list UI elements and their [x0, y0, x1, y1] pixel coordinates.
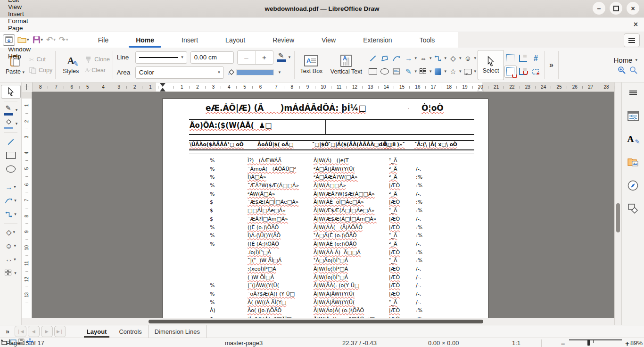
- connectors-button[interactable]: ▾: [433, 53, 446, 64]
- ribbon-tab[interactable]: Extension: [349, 32, 405, 48]
- redo-button[interactable]: ↷ ▾: [58, 34, 69, 46]
- dropdown-icon[interactable]: ▾: [14, 185, 16, 189]
- zoom-in-icon[interactable]: [618, 66, 626, 74]
- connectors-dropdown-icon[interactable]: ▾: [444, 56, 446, 60]
- ribbon-tab[interactable]: Layout: [212, 32, 259, 48]
- vertical-scrollbar[interactable]: [614, 83, 621, 325]
- symbol-shapes-dropdown-icon[interactable]: ▾: [474, 56, 477, 60]
- document-page[interactable]: eÆ.ÁÔ|Æ) (Â )mÁdÁÂdÔÁ: þÍ¼□ · Ò¦oÒ Âo)ÔÁ…: [162, 99, 488, 318]
- dropdown-icon[interactable]: ▾: [14, 198, 17, 203]
- rectangle-button[interactable]: [368, 66, 378, 77]
- ribbon-tab[interactable]: View: [308, 32, 349, 48]
- menu-item[interactable]: View: [4, 3, 35, 10]
- zoom-level-value[interactable]: 89%: [630, 339, 643, 347]
- menu-item[interactable]: Format: [4, 17, 35, 25]
- insert-text-box-button[interactable]: A Text Box: [297, 50, 326, 80]
- layer-overflow-button[interactable]: »: [4, 328, 13, 335]
- horizontal-scrollbar-thumb[interactable]: [149, 320, 483, 323]
- snap-to-grid-button[interactable]: [504, 66, 517, 78]
- line-width-input[interactable]: 0.00 cm: [190, 51, 234, 64]
- undo-button[interactable]: ↶ ▾: [45, 34, 57, 46]
- basic-shapes-button[interactable]: ◇▾: [448, 53, 462, 64]
- fill-color-dropdown-icon[interactable]: ▾: [279, 70, 281, 74]
- snap-to-helplines-button[interactable]: [518, 66, 529, 77]
- freeform-dropdown-icon[interactable]: ▾: [414, 69, 417, 74]
- display-snap-guides-button[interactable]: #: [530, 53, 542, 64]
- page-indicator[interactable]: Page 15 of 17: [6, 339, 44, 347]
- dropdown-icon[interactable]: ▾: [16, 108, 18, 112]
- horizontal-scrollbar[interactable]: [22, 318, 614, 325]
- text-animation-button[interactable]: [391, 66, 402, 77]
- vertical-scrollbar-thumb[interactable]: [616, 203, 620, 232]
- callouts-button[interactable]: ▾: [463, 66, 477, 77]
- clone-formatting-button[interactable]: Clone: [85, 56, 110, 63]
- line-color-button[interactable]: ✎ ▾: [277, 53, 291, 62]
- snap-to-margins-button[interactable]: [530, 66, 542, 77]
- dropdown-icon[interactable]: ▾: [14, 271, 17, 275]
- toolbar-overflow-button[interactable]: »: [546, 61, 556, 69]
- object-size-value[interactable]: 0.00 × 0.00: [428, 339, 459, 347]
- save-button[interactable]: ▾: [32, 35, 44, 45]
- palette-line-tool[interactable]: [1, 135, 20, 148]
- dropdown-icon[interactable]: ▾: [16, 122, 18, 126]
- lines-arrows-dropdown-icon[interactable]: ▾: [414, 56, 417, 60]
- symbol-shapes-button[interactable]: ☺▾: [463, 53, 477, 64]
- ribbon-tab[interactable]: File: [84, 32, 123, 48]
- stars-dropdown-icon[interactable]: ▾: [459, 69, 462, 74]
- scale-indicator[interactable]: 1:1: [512, 339, 520, 347]
- freeform-button[interactable]: ✎▾: [403, 66, 417, 77]
- curve-button[interactable]: [391, 53, 402, 64]
- save-dropdown-icon[interactable]: ▾: [41, 38, 43, 42]
- select-tool-button[interactable]: Select: [478, 50, 504, 80]
- flowchart-dropdown-icon[interactable]: ▾: [429, 69, 432, 74]
- clear-formatting-button[interactable]: A̷ Clear: [85, 67, 110, 74]
- last-page-button[interactable]: ▶❘: [54, 326, 66, 337]
- polygon-button[interactable]: [380, 53, 390, 64]
- display-grid-button[interactable]: [505, 53, 516, 64]
- ellipse-button[interactable]: [380, 66, 390, 77]
- menu-item[interactable]: Insert: [4, 10, 35, 17]
- palette-ellipse-tool[interactable]: [1, 163, 20, 175]
- area-fill-select[interactable]: Color ▾: [135, 66, 224, 79]
- sidebar-gallery-button[interactable]: [626, 156, 640, 168]
- zoom-icon[interactable]: [629, 66, 637, 74]
- zoom-in-button[interactable]: +: [625, 339, 629, 347]
- line-style-select[interactable]: ▾: [135, 51, 187, 64]
- sidebar-settings-button[interactable]: [626, 87, 640, 99]
- palette-flowchart-tool[interactable]: ▾: [1, 267, 20, 280]
- palette-fill-color-tool[interactable]: ▾: [1, 117, 20, 130]
- close-document-icon[interactable]: ×: [634, 21, 638, 28]
- layer-tab[interactable]: Dimension Lines: [149, 325, 206, 338]
- sidebar-navigator-button[interactable]: [626, 179, 640, 191]
- fill-color-button[interactable]: ▾: [227, 69, 281, 76]
- styles-button[interactable]: A ✎ Styles: [58, 50, 84, 80]
- cut-button[interactable]: ✂ Cut: [29, 56, 52, 63]
- insert-vertical-text-button[interactable]: A Vertical Text: [326, 50, 366, 80]
- palette-symbol-shapes-tool[interactable]: ☺▾: [1, 240, 20, 252]
- dropdown-icon[interactable]: ▾: [14, 212, 17, 216]
- minimize-button[interactable]: –: [593, 2, 605, 15]
- dropdown-icon[interactable]: ▾: [14, 257, 16, 262]
- layer-tab[interactable]: Layout: [81, 325, 113, 338]
- zoom-out-button[interactable]: –: [561, 339, 565, 347]
- line-color-dropdown-icon[interactable]: ▾: [289, 55, 291, 59]
- zoom-slider-thumb[interactable]: [587, 339, 590, 346]
- dropdown-icon[interactable]: ▾: [13, 230, 16, 234]
- palette-basic-shapes-tool[interactable]: ◇▾: [1, 226, 20, 239]
- palette-lines-arrows-tool[interactable]: →▾: [1, 181, 20, 193]
- palette-rectangle-tool[interactable]: [1, 149, 20, 162]
- 3d-objects-button[interactable]: ▾: [433, 66, 446, 77]
- ribbon-tab[interactable]: Review: [259, 32, 308, 48]
- drawing-canvas[interactable]: eÆ.ÁÔ|Æ) (Â )mÁdÁÂdÔÁ: þÍ¼□ · Ò¦oÒ Âo)ÔÁ…: [32, 92, 614, 318]
- palette-line-color-tool[interactable]: ✎▾: [1, 104, 20, 116]
- menu-item[interactable]: Edit: [4, 0, 35, 3]
- layer-tab[interactable]: Controls: [113, 325, 148, 338]
- callouts-dropdown-icon[interactable]: ▾: [474, 69, 477, 74]
- cursor-position-value[interactable]: 22.37 / -0.43: [342, 339, 377, 347]
- zoom-slider-track[interactable]: [569, 339, 622, 340]
- copy-button[interactable]: Copy: [29, 67, 52, 74]
- ribbon-tab[interactable]: Tools: [406, 32, 449, 48]
- flowchart-button[interactable]: ▾: [418, 66, 432, 77]
- insert-line-button[interactable]: [368, 53, 378, 64]
- block-arrows-button[interactable]: ⇔▾: [418, 53, 432, 64]
